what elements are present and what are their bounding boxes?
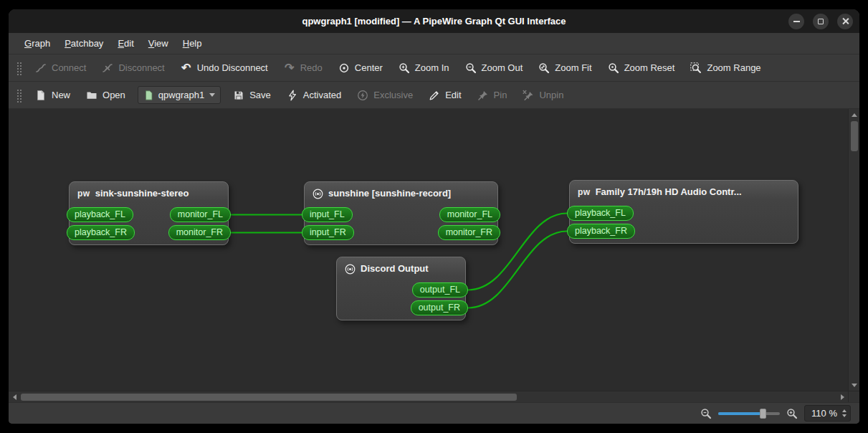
- undo-disconnect-label: Undo Disconnect: [197, 62, 268, 73]
- patchbay-toolbar: New Open qpwgraph1 Save Activated: [9, 82, 859, 109]
- node-header: sunshine [sunshine-record]: [305, 185, 497, 204]
- connect-icon: [35, 62, 47, 74]
- node-title: sunshine [sunshine-record]: [328, 186, 451, 201]
- minimize-button[interactable]: [788, 14, 804, 29]
- edit-patchbay-toggle[interactable]: Edit: [421, 85, 469, 105]
- horizontal-scrollbar[interactable]: [9, 391, 848, 402]
- zoom-slider-fill: [718, 412, 761, 415]
- node-title: Discord Output: [361, 262, 429, 276]
- pipewire-icon: pw: [578, 188, 591, 196]
- port-playback-fl[interactable]: playback_FL: [567, 206, 634, 221]
- port-monitor-fr[interactable]: monitor_FR: [438, 225, 500, 240]
- undo-disconnect-button[interactable]: ↶ Undo Disconnect: [173, 58, 276, 78]
- disconnect-icon: [102, 62, 113, 74]
- port-monitor-fl[interactable]: monitor_FL: [170, 207, 231, 222]
- open-label: Open: [102, 90, 125, 100]
- exclusive-toggle[interactable]: Exclusive: [349, 85, 421, 105]
- port-output-fr[interactable]: output_FR: [411, 300, 468, 315]
- menu-graph[interactable]: Graph: [17, 34, 57, 52]
- connect-button[interactable]: Connect: [27, 58, 94, 78]
- statusbar: 110 %: [9, 402, 859, 424]
- node-sunshine-record[interactable]: sunshine [sunshine-record] input_FL inpu…: [304, 181, 498, 245]
- node-header: pw sink-sunshine-stereo: [70, 185, 228, 204]
- graph-toolbar: Connect Disconnect ↶ Undo Disconnect ↷ R…: [9, 54, 859, 82]
- activated-toggle[interactable]: Activated: [279, 85, 349, 105]
- port-output-fl[interactable]: output_FL: [412, 282, 468, 298]
- pin-icon: [477, 90, 489, 101]
- menu-edit[interactable]: Edit: [110, 34, 140, 52]
- port-playback-fr[interactable]: playback_FR: [567, 224, 635, 239]
- zoom-in-icon[interactable]: [786, 408, 798, 419]
- zoom-out-icon[interactable]: [700, 408, 712, 419]
- maximize-button[interactable]: [813, 14, 829, 29]
- zoom-value: 110 %: [811, 408, 837, 419]
- node-sink-sunshine-stereo[interactable]: pw sink-sunshine-stereo playback_FL play…: [69, 181, 229, 245]
- menubar: Graph Patchbay Edit View Help: [9, 33, 859, 54]
- node-title: sink-sunshine-stereo: [95, 186, 189, 201]
- unpin-label: Unpin: [539, 90, 563, 100]
- scroll-right-button[interactable]: [836, 391, 848, 403]
- port-list: playback_FL playback_FR monitor_FL monit…: [70, 207, 228, 240]
- unpin-button[interactable]: Unpin: [515, 85, 571, 105]
- node-discord-output[interactable]: Discord Output output_FL output_FR: [336, 257, 466, 320]
- redo-button[interactable]: ↷ Redo: [276, 58, 330, 78]
- zoom-slider-track: [718, 412, 780, 415]
- patchbay-select[interactable]: qpwgraph1: [138, 86, 221, 104]
- patchbay-select-value: qpwgraph1: [158, 90, 204, 100]
- spin-up-icon[interactable]: [842, 409, 846, 412]
- arrow-up-icon: [852, 113, 857, 117]
- zoom-in-icon: [399, 62, 410, 74]
- spin-down-icon[interactable]: [842, 414, 846, 417]
- unpin-icon: [523, 90, 534, 101]
- zoom-slider-handle[interactable]: [760, 409, 766, 419]
- open-patchbay-button[interactable]: Open: [78, 85, 133, 105]
- zoom-slider[interactable]: [718, 408, 780, 419]
- scroll-down-button[interactable]: [849, 379, 859, 391]
- new-file-icon: [35, 90, 47, 101]
- pipewire-icon: pw: [77, 189, 90, 198]
- zoom-out-label: Zoom Out: [482, 62, 523, 73]
- port-input-fr[interactable]: input_FR: [302, 225, 354, 240]
- audio-app-icon: [313, 189, 323, 199]
- menu-help[interactable]: Help: [176, 34, 209, 52]
- center-button[interactable]: Center: [330, 58, 391, 78]
- exclusive-icon: [357, 90, 368, 101]
- zoom-fit-button[interactable]: Zoom Fit: [530, 58, 599, 78]
- scroll-left-button[interactable]: [9, 391, 20, 403]
- toolbar-grip[interactable]: [16, 88, 22, 103]
- toolbar-grip[interactable]: [16, 61, 22, 75]
- port-input-fl[interactable]: input_FL: [302, 207, 353, 222]
- disconnect-button[interactable]: Disconnect: [94, 58, 172, 78]
- close-button[interactable]: [837, 14, 853, 29]
- titlebar[interactable]: qpwgraph1 [modified] — A PipeWire Graph …: [9, 9, 859, 33]
- vertical-scrollbar[interactable]: [848, 109, 859, 391]
- port-playback-fl[interactable]: playback_FL: [67, 207, 133, 222]
- zoom-reset-icon: [608, 62, 619, 74]
- new-patchbay-button[interactable]: New: [27, 85, 78, 105]
- edit-pencil-icon: [429, 90, 440, 101]
- zoom-out-button[interactable]: Zoom Out: [457, 58, 531, 78]
- vertical-scroll-handle[interactable]: [851, 121, 858, 151]
- redo-icon: ↷: [284, 62, 295, 74]
- zoom-reset-button[interactable]: Zoom Reset: [600, 58, 683, 78]
- zoom-in-button[interactable]: Zoom In: [391, 58, 457, 78]
- port-playback-fr[interactable]: playback_FR: [67, 225, 135, 240]
- new-label: New: [52, 90, 70, 100]
- zoom-fit-icon: [538, 62, 550, 74]
- menu-patchbay[interactable]: Patchbay: [57, 34, 110, 52]
- scroll-up-button[interactable]: [849, 109, 859, 120]
- save-patchbay-button[interactable]: Save: [225, 85, 279, 105]
- patchbay-file-icon: [144, 90, 153, 101]
- zoom-range-button[interactable]: Zoom Range: [682, 58, 768, 78]
- port-monitor-fr[interactable]: monitor_FR: [168, 225, 231, 240]
- menu-view[interactable]: View: [141, 34, 176, 52]
- pin-button[interactable]: Pin: [469, 85, 515, 105]
- node-title: Family 17h/19h HD Audio Contr...: [596, 185, 742, 199]
- graph-canvas[interactable]: pw sink-sunshine-stereo playback_FL play…: [9, 109, 848, 391]
- zoom-spinbox[interactable]: 110 %: [804, 405, 851, 422]
- port-monitor-fl[interactable]: monitor_FL: [439, 207, 500, 222]
- horizontal-scroll-handle[interactable]: [21, 394, 517, 401]
- node-family-hd-audio[interactable]: pw Family 17h/19h HD Audio Contr... play…: [569, 180, 798, 244]
- pin-label: Pin: [494, 90, 507, 100]
- save-icon: [233, 90, 244, 101]
